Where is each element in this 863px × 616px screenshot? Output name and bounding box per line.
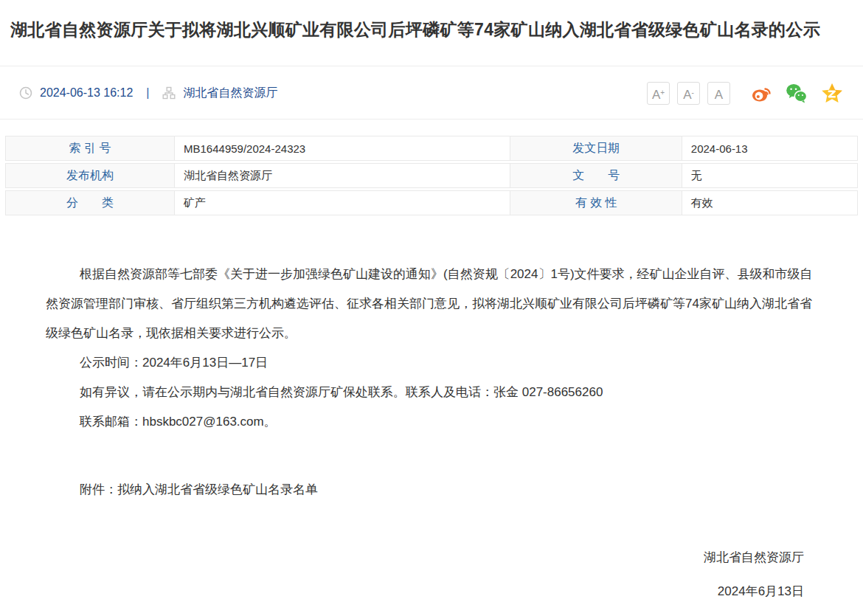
qzone-share-icon[interactable] (820, 81, 844, 105)
issue-date-label: 发文日期 (510, 136, 682, 161)
wechat-share-icon[interactable] (785, 81, 808, 105)
table-row: 发布机构 湖北省自然资源厅 文 号 无 (5, 163, 858, 188)
document-info-table: 索 引 号 MB1644959/2024-24323 发文日期 2024-06-… (5, 136, 858, 218)
index-number-value: MB1644959/2024-24323 (175, 136, 510, 161)
announcement-page: 湖北省自然资源厅关于拟将湖北兴顺矿业有限公司后坪磷矿等74家矿山纳入湖北省省级绿… (0, 0, 863, 616)
font-decrease-button[interactable]: A- (677, 82, 700, 105)
publish-datetime: 2024-06-13 16:12 (40, 86, 133, 100)
article-body: 根据自然资源部等七部委《关于进一步加强绿色矿山建设的通知》(自然资规〔2024〕… (46, 260, 820, 606)
category-label: 分 类 (5, 190, 175, 215)
signature-block: 湖北省自然资源厅 2024年6月13日 (46, 543, 804, 606)
signature-date: 2024年6月13日 (46, 577, 804, 606)
paragraph-main: 根据自然资源部等七部委《关于进一步加强绿色矿山建设的通知》(自然资规〔2024〕… (46, 260, 820, 348)
title-divider (0, 66, 863, 66)
meta-divider (0, 119, 863, 120)
table-row: 索 引 号 MB1644959/2024-24323 发文日期 2024-06-… (5, 136, 858, 161)
validity-label: 有 效 性 (510, 190, 682, 215)
signature-department: 湖北省自然资源厅 (46, 543, 804, 572)
issue-date-value: 2024-06-13 (682, 136, 858, 161)
publisher-label: 发布机构 (5, 163, 175, 188)
index-number-label: 索 引 号 (5, 136, 175, 161)
paragraph-email: 联系邮箱：hbskbc027@163.com。 (46, 407, 820, 437)
meta-info: 2024-06-13 16:12 | 湖北省自然资源厅 (19, 86, 277, 101)
paragraph-contact: 如有异议，请在公示期内与湖北省自然资源厅矿保处联系。联系人及电话：张金 027-… (46, 378, 820, 407)
paragraph-public-period: 公示时间：2024年6月13日—17日 (46, 348, 820, 378)
clock-icon (19, 86, 32, 100)
meta-bar: 2024-06-13 16:12 | 湖北省自然资源厅 A+ A- A (0, 76, 863, 110)
doc-number-label: 文 号 (510, 163, 682, 188)
page-title: 湖北省自然资源厅关于拟将湖北兴顺矿业有限公司后坪磷矿等74家矿山纳入湖北省省级绿… (10, 18, 853, 41)
font-reset-button[interactable]: A (707, 82, 730, 105)
category-value: 矿产 (175, 190, 510, 215)
toolbar: A+ A- A (647, 81, 844, 105)
font-increase-button[interactable]: A+ (647, 82, 670, 105)
department-icon (162, 86, 176, 100)
table-row: 分 类 矿产 有 效 性 有效 (5, 190, 858, 215)
publisher-value: 湖北省自然资源厅 (175, 163, 510, 188)
attachment-line: 附件：拟纳入湖北省省级绿色矿山名录名单 (46, 475, 820, 505)
validity-value: 有效 (682, 190, 858, 215)
doc-number-value: 无 (682, 163, 858, 188)
source-department: 湖北省自然资源厅 (183, 86, 277, 101)
weibo-share-icon[interactable] (749, 81, 773, 105)
meta-separator: | (140, 86, 155, 100)
